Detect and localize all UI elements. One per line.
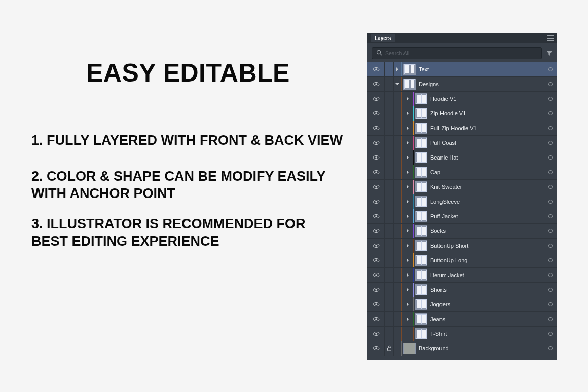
target-icon[interactable] xyxy=(544,283,557,297)
lock-toggle[interactable] xyxy=(385,77,394,91)
eye-icon[interactable] xyxy=(368,297,385,311)
layer-row[interactable]: Puff Coast xyxy=(368,136,557,150)
target-icon[interactable] xyxy=(544,239,557,253)
layer-name[interactable]: Beanie Hat xyxy=(430,154,458,161)
layer-row[interactable]: Designs xyxy=(368,77,557,92)
lock-toggle[interactable] xyxy=(385,150,394,165)
layer-row[interactable]: Puff Jacket xyxy=(368,209,557,224)
chevron-right-icon[interactable] xyxy=(402,194,413,209)
layer-name[interactable]: Knit Sweater xyxy=(430,184,462,190)
layer-row[interactable]: Knit Sweater xyxy=(368,180,557,194)
lock-toggle[interactable] xyxy=(385,283,394,297)
layer-thumbnail[interactable] xyxy=(415,137,427,148)
layer-thumbnail[interactable] xyxy=(415,269,427,281)
layer-name[interactable]: Background xyxy=(419,345,449,351)
panel-menu-icon[interactable] xyxy=(547,35,554,41)
target-icon[interactable] xyxy=(544,341,557,356)
lock-toggle[interactable] xyxy=(385,253,394,267)
eye-icon[interactable] xyxy=(368,209,385,223)
layer-thumbnail[interactable] xyxy=(415,196,427,207)
eye-icon[interactable] xyxy=(368,136,385,150)
eye-icon[interactable] xyxy=(368,253,385,267)
layer-thumbnail[interactable] xyxy=(415,284,427,295)
lock-toggle[interactable] xyxy=(385,268,394,282)
layer-name[interactable]: Text xyxy=(419,66,429,72)
chevron-right-icon[interactable] xyxy=(402,209,413,223)
layer-name[interactable]: Zip-Hoodie V1 xyxy=(430,110,466,116)
layer-row[interactable]: ButtonUp Long xyxy=(368,253,557,268)
lock-toggle[interactable] xyxy=(385,121,394,135)
layer-thumbnail[interactable] xyxy=(403,64,416,75)
layer-name[interactable]: ButtonUp Short xyxy=(430,243,468,249)
layer-thumbnail[interactable] xyxy=(415,225,427,237)
layer-name[interactable]: Joggers xyxy=(430,301,450,307)
chevron-right-icon[interactable] xyxy=(394,62,401,76)
eye-icon[interactable] xyxy=(368,121,385,135)
chevron-right-icon[interactable] xyxy=(402,106,413,121)
target-icon[interactable] xyxy=(544,209,557,223)
layer-thumbnail[interactable] xyxy=(415,255,427,266)
eye-icon[interactable] xyxy=(368,62,385,76)
layer-name[interactable]: Hoodie V1 xyxy=(430,96,456,102)
eye-icon[interactable] xyxy=(368,224,385,238)
eye-icon[interactable] xyxy=(368,77,385,91)
target-icon[interactable] xyxy=(544,121,557,135)
layer-name[interactable]: LongSleeve xyxy=(430,199,460,205)
layer-row[interactable]: Denim Jacket xyxy=(368,268,557,283)
layer-thumbnail[interactable] xyxy=(415,108,427,119)
lock-toggle[interactable] xyxy=(385,312,394,326)
target-icon[interactable] xyxy=(544,62,557,76)
layer-name[interactable]: Jeans xyxy=(430,316,445,322)
layers-tab[interactable]: Layers xyxy=(371,34,395,42)
chevron-right-icon[interactable] xyxy=(402,92,413,106)
layer-row[interactable]: Cap xyxy=(368,165,557,180)
lock-toggle[interactable] xyxy=(385,341,394,356)
target-icon[interactable] xyxy=(544,224,557,238)
layer-thumbnail[interactable] xyxy=(415,181,427,192)
target-icon[interactable] xyxy=(544,180,557,194)
lock-toggle[interactable] xyxy=(385,136,394,150)
target-icon[interactable] xyxy=(544,253,557,267)
chevron-right-icon[interactable] xyxy=(402,150,413,165)
layer-thumbnail[interactable] xyxy=(415,313,427,325)
layer-name[interactable]: Cap xyxy=(430,169,440,175)
chevron-right-icon[interactable] xyxy=(402,297,413,311)
lock-toggle[interactable] xyxy=(385,106,394,121)
target-icon[interactable] xyxy=(544,77,557,91)
layer-row[interactable]: ButtonUp Short xyxy=(368,239,557,253)
lock-toggle[interactable] xyxy=(385,194,394,209)
target-icon[interactable] xyxy=(544,312,557,326)
lock-toggle[interactable] xyxy=(385,92,394,106)
layer-thumbnail[interactable] xyxy=(415,299,427,310)
layer-thumbnail[interactable] xyxy=(415,123,427,134)
chevron-right-icon[interactable] xyxy=(402,268,413,282)
layer-thumbnail[interactable] xyxy=(415,240,427,251)
layer-name[interactable]: Socks xyxy=(430,228,446,234)
eye-icon[interactable] xyxy=(368,239,385,253)
layer-name[interactable]: T-Shirt xyxy=(430,331,447,337)
chevron-right-icon[interactable] xyxy=(402,224,413,238)
lock-toggle[interactable] xyxy=(385,239,394,253)
layer-row[interactable]: T-Shirt xyxy=(368,327,557,341)
eye-icon[interactable] xyxy=(368,341,385,356)
layer-row[interactable]: Hoodie V1 xyxy=(368,92,557,106)
target-icon[interactable] xyxy=(544,106,557,121)
layer-name[interactable]: Designs xyxy=(419,81,439,87)
eye-icon[interactable] xyxy=(368,194,385,209)
target-icon[interactable] xyxy=(544,268,557,282)
layer-thumbnail[interactable] xyxy=(415,152,427,163)
lock-toggle[interactable] xyxy=(385,62,394,76)
eye-icon[interactable] xyxy=(368,180,385,194)
chevron-right-icon[interactable] xyxy=(402,283,413,297)
eye-icon[interactable] xyxy=(368,165,385,179)
layer-row[interactable]: Socks xyxy=(368,224,557,239)
target-icon[interactable] xyxy=(544,327,557,341)
target-icon[interactable] xyxy=(544,136,557,150)
layer-name[interactable]: ButtonUp Long xyxy=(430,257,467,263)
layer-row[interactable]: Background xyxy=(368,341,557,356)
eye-icon[interactable] xyxy=(368,106,385,121)
layer-name[interactable]: Puff Jacket xyxy=(430,213,458,219)
chevron-right-icon[interactable] xyxy=(402,312,413,326)
target-icon[interactable] xyxy=(544,150,557,165)
lock-toggle[interactable] xyxy=(385,297,394,311)
